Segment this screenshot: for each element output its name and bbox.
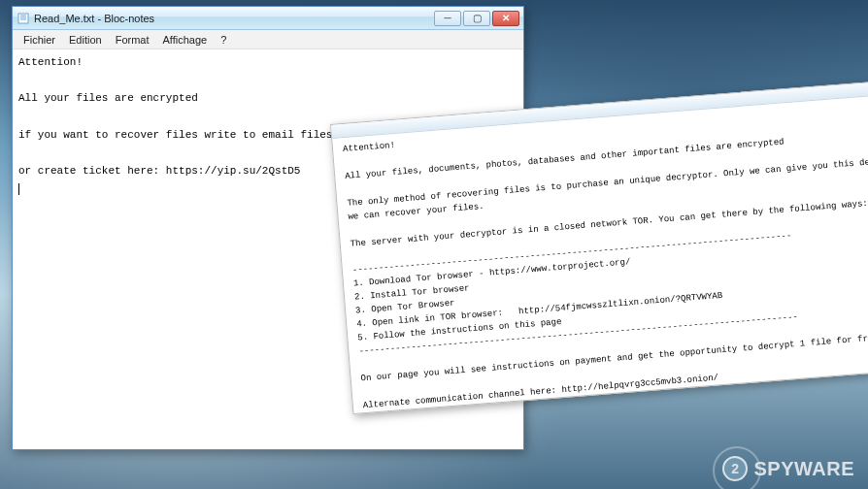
maximize-button[interactable]: ▢ [463,11,490,26]
text-caret [18,183,19,195]
text-area-2[interactable]: Attention! All your files, documents, ph… [332,88,868,413]
menubar: Fichier Edition Format Affichage ? [13,30,523,49]
watermark-text: SPYWARE [753,458,854,480]
menu-help[interactable]: ? [214,34,233,46]
ransom-note-2: Attention! All your files, documents, ph… [343,137,868,410]
menu-affichage[interactable]: Affichage [156,34,215,46]
watermark: 2 SPYWARE [722,456,854,481]
menu-format[interactable]: Format [109,34,156,46]
titlebar[interactable]: Read_Me.txt - Bloc-notes ─ ▢ ✕ [13,7,523,30]
menu-fichier[interactable]: Fichier [17,34,62,46]
watermark-icon: 2 [722,456,748,481]
watermark-two: 2 [731,461,739,476]
minimize-button[interactable]: ─ [434,11,461,26]
notepad-icon [17,12,30,25]
notepad-window-2: ─ ▢ ✕ Attention! All your files, documen… [330,74,868,414]
close-button[interactable]: ✕ [492,11,519,26]
window-controls: ─ ▢ ✕ [434,11,519,26]
menu-edition[interactable]: Edition [62,34,109,46]
window-title: Read_Me.txt - Bloc-notes [34,13,434,24]
